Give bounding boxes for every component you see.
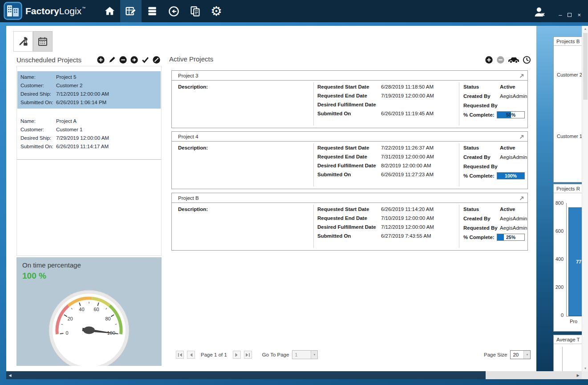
tools-lock-icon (18, 36, 28, 47)
remove-project-button[interactable] (119, 56, 127, 64)
next-page-button[interactable] (233, 351, 241, 359)
percent-complete-label: % Complete: (463, 235, 495, 240)
nav-settings-button[interactable]: ⚙ (206, 0, 227, 22)
gauge-hub (83, 327, 95, 334)
projects-requested-card: Projects R 800 600 400 200 0 77 Pro (553, 184, 582, 332)
last-page-icon (245, 352, 251, 358)
date-value: 7/10/2019 12:00:00 AM (381, 215, 434, 221)
remove-active-project-button[interactable] (496, 56, 505, 64)
requested-by-label: Requested By (463, 225, 498, 231)
unscheduled-projects-title: Unscheduled Projects (16, 56, 97, 64)
home-icon (104, 5, 116, 17)
factorylogix-logo (4, 2, 22, 22)
expand-card-button[interactable] (519, 73, 524, 78)
scroll-left-arrow[interactable]: ◀ (6, 371, 14, 379)
date-label: Requested End Date (317, 93, 367, 98)
minimize-button[interactable]: – (559, 12, 562, 18)
field-value: 6/26/2019 1:06:14 PM (56, 98, 106, 107)
gauge-tick-80: 80 (105, 316, 110, 321)
nav-dispatch-button[interactable] (163, 0, 184, 22)
close-button[interactable]: × (577, 12, 581, 18)
auto-schedule-button[interactable] (508, 56, 519, 64)
logout-user-button[interactable] (533, 6, 546, 20)
active-project-card: Project 3 Description: Requested Start D… (171, 70, 528, 128)
page-size-control: Page Size 20 ▼ (484, 350, 531, 359)
requested-bar[interactable]: 77 (568, 207, 582, 316)
scroll-down-arrow[interactable]: ▼ (582, 367, 588, 370)
main-navigation: ⚙ (99, 0, 227, 22)
previous-page-button[interactable] (187, 351, 195, 359)
expand-card-button[interactable] (519, 195, 524, 201)
field-value: Project 5 (56, 73, 76, 81)
column-divider (459, 82, 459, 126)
date-label: Requested End Date (317, 215, 367, 221)
project-card-header[interactable]: Project 4 (172, 132, 527, 142)
scroll-right-arrow[interactable]: ▶ (574, 371, 582, 379)
unscheduled-projects-toolbar (97, 56, 161, 64)
percent-complete-label: % Complete: (463, 173, 495, 178)
project-card-body: Description: Requested Start Date7/22/20… (172, 142, 527, 188)
date-value: 7/19/2019 12:00:00 AM (381, 93, 434, 98)
schedule-project-button[interactable] (130, 56, 138, 64)
project-card-title: Project 3 (178, 73, 198, 78)
active-projects-title: Active Projects (169, 55, 213, 63)
accept-project-button[interactable] (141, 56, 150, 64)
vertical-scroll-thumb[interactable] (583, 33, 588, 100)
page-size-select[interactable]: 20 ▼ (510, 350, 531, 359)
percent-complete-bar: 25% (497, 234, 525, 241)
date-label: Requested Start Date (317, 145, 369, 150)
scroll-up-arrow[interactable]: ▲ (582, 27, 588, 30)
project-card-header[interactable]: Project B (172, 193, 527, 203)
requested-by-label: Requested By (463, 103, 498, 108)
date-value: 7/22/2019 11:26:37 AM (381, 145, 434, 150)
dropdown-arrow-icon[interactable]: ▼ (311, 351, 317, 359)
tab-project-setup[interactable] (13, 31, 33, 52)
requested-by-value: AegisAdmin (500, 225, 527, 231)
dropdown-arrow-icon[interactable]: ▼ (523, 351, 530, 359)
add-active-project-button[interactable] (485, 56, 493, 64)
last-page-button[interactable] (244, 351, 252, 359)
expand-card-button[interactable] (519, 134, 524, 139)
horizontal-scroll-thumb[interactable] (14, 371, 486, 379)
x-axis-line (566, 316, 582, 316)
created-by-value: AegisAdmin (500, 154, 527, 160)
horizontal-scrollbar[interactable]: ◀ ▶ (6, 371, 582, 379)
maximize-button[interactable] (568, 13, 572, 17)
unscheduled-project-item[interactable]: Name:Project A Customer:Customer 1 Desir… (17, 115, 161, 153)
y-axis-tick: 400 (555, 256, 564, 262)
nav-home-button[interactable] (99, 0, 120, 22)
history-button[interactable] (523, 56, 531, 64)
add-icon (97, 56, 105, 64)
field-label: Desired Ship: (20, 90, 56, 98)
tab-scheduling[interactable] (33, 31, 53, 52)
add-project-button[interactable] (97, 56, 105, 64)
date-value: 6/26/2019 11:19:45 AM (381, 111, 434, 116)
project-card-header[interactable]: Project 3 (172, 71, 527, 81)
materials-icon (146, 5, 158, 17)
planning-icon (125, 5, 137, 17)
vertical-scrollbar[interactable]: ▲ ▼ (582, 26, 588, 371)
dispatch-icon (168, 5, 180, 17)
first-page-button[interactable] (176, 351, 184, 359)
active-project-card: Project 4 Description: Requested Start D… (171, 131, 528, 189)
y-axis-tick: 0 (555, 312, 564, 318)
edit-project-button[interactable] (108, 56, 116, 64)
expand-icon (519, 195, 524, 201)
status-value: Active (500, 84, 515, 89)
nav-materials-button[interactable] (142, 0, 163, 22)
average-time-card: Average T (553, 335, 582, 371)
brand-bold: Factory (25, 6, 59, 16)
y-axis-tick: 200 (555, 284, 564, 290)
percent-complete-label: % Complete: (463, 112, 495, 118)
nav-documents-button[interactable] (184, 0, 206, 22)
field-label: Name: (20, 117, 56, 126)
unscheduled-project-item-selected[interactable]: Name:Project 5 Customer:Customer 2 Desir… (17, 71, 161, 109)
nav-planning-button[interactable] (120, 0, 142, 22)
check-icon (141, 56, 150, 64)
go-to-page-label: Go To Page (262, 352, 289, 357)
go-to-page-input[interactable]: 1 ▼ (292, 350, 318, 359)
cancel-project-button[interactable] (152, 56, 161, 64)
add-icon (485, 56, 493, 64)
on-time-panel: On time percentage 100 % 0 (16, 257, 162, 366)
date-value: 7/12/2019 12:00:00 AM (381, 224, 434, 230)
